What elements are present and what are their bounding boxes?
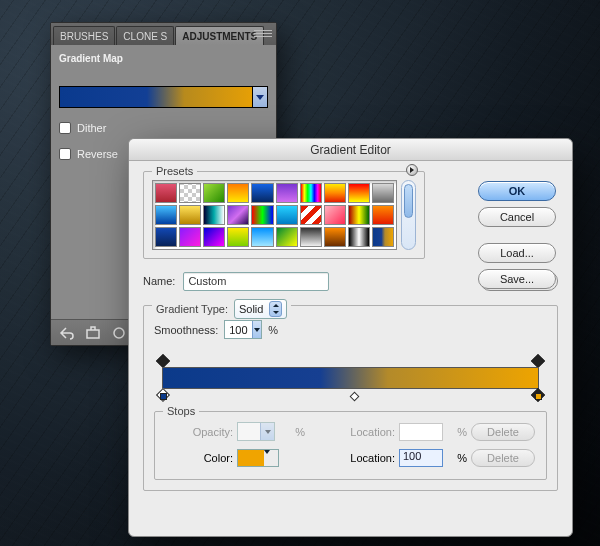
gradient-type-value: Solid xyxy=(239,303,263,315)
expand-icon[interactable] xyxy=(85,325,101,341)
name-input[interactable]: Custom xyxy=(183,272,328,291)
chevron-down-icon[interactable] xyxy=(264,450,278,466)
preset-swatch[interactable] xyxy=(155,183,177,203)
preset-swatch[interactable] xyxy=(372,205,394,225)
opacity-location-label: Location: xyxy=(339,426,399,438)
dither-label: Dither xyxy=(77,122,106,134)
svg-rect-0 xyxy=(87,330,99,338)
adjustment-title: Gradient Map xyxy=(59,53,268,64)
tab-brushes[interactable]: BRUSHES xyxy=(53,26,115,45)
preset-swatch[interactable] xyxy=(324,205,346,225)
preset-swatch[interactable] xyxy=(251,205,273,225)
preset-scrollbar[interactable] xyxy=(401,180,416,250)
gradient-map-preview[interactable] xyxy=(59,86,268,108)
delete-opacity-stop-button: Delete xyxy=(471,423,535,441)
presets-legend: Presets xyxy=(152,165,197,177)
percent-label: % xyxy=(457,426,471,438)
preset-swatch[interactable] xyxy=(155,227,177,247)
preset-swatch[interactable] xyxy=(372,227,394,247)
delete-color-stop-button[interactable]: Delete xyxy=(471,449,535,467)
preset-swatch[interactable] xyxy=(348,183,370,203)
preset-swatch[interactable] xyxy=(348,205,370,225)
gradient-type-fieldset: Gradient Type: Solid Smoothness: 100 % xyxy=(143,305,558,491)
smoothness-value: 100 xyxy=(225,324,251,336)
opacity-input xyxy=(237,422,275,441)
tab-clone-source[interactable]: CLONE S xyxy=(116,26,174,45)
percent-label: % xyxy=(457,452,471,464)
preset-swatch[interactable] xyxy=(227,183,249,203)
color-stop[interactable] xyxy=(158,390,168,402)
gradient-type-label: Gradient Type: xyxy=(156,303,228,315)
gradient-editor-dialog: Gradient Editor Presets OK Cancel Load..… xyxy=(128,138,573,537)
preset-swatch[interactable] xyxy=(276,183,298,203)
opacity-location-input xyxy=(399,423,443,441)
percent-label: % xyxy=(295,426,309,438)
back-icon[interactable] xyxy=(59,325,75,341)
smoothness-input[interactable]: 100 xyxy=(224,320,262,339)
preset-swatch[interactable] xyxy=(372,183,394,203)
tab-adjustments[interactable]: ADJUSTMENTS xyxy=(175,26,264,45)
opacity-label: Opacity: xyxy=(167,426,237,438)
cancel-button[interactable]: Cancel xyxy=(478,207,556,227)
gradient-bar[interactable] xyxy=(154,357,547,401)
preset-swatch[interactable] xyxy=(300,183,322,203)
stepper-icon xyxy=(269,301,282,317)
preset-swatch[interactable] xyxy=(300,205,322,225)
preset-swatch[interactable] xyxy=(227,227,249,247)
panel-tabs: BRUSHES CLONE S ADJUSTMENTS xyxy=(51,23,276,45)
color-location-input[interactable]: 100 xyxy=(399,449,443,467)
reverse-label: Reverse xyxy=(77,148,118,160)
preset-swatch[interactable] xyxy=(324,227,346,247)
midpoint-icon[interactable] xyxy=(349,392,359,402)
save-button[interactable]: Save... xyxy=(478,269,556,289)
panel-menu-icon[interactable] xyxy=(254,26,272,40)
preset-grid xyxy=(152,180,397,250)
name-label: Name: xyxy=(143,275,175,287)
preset-swatch[interactable] xyxy=(251,183,273,203)
stops-fieldset: Stops Opacity: % Location: % Delete Colo… xyxy=(154,411,547,480)
reverse-checkbox[interactable] xyxy=(59,148,71,160)
dither-checkbox[interactable] xyxy=(59,122,71,134)
chevron-down-icon[interactable] xyxy=(252,321,262,338)
gradient-dropdown-icon[interactable] xyxy=(252,87,267,107)
preset-swatch[interactable] xyxy=(203,183,225,203)
preset-swatch[interactable] xyxy=(203,205,225,225)
preset-swatch[interactable] xyxy=(179,183,201,203)
preset-swatch[interactable] xyxy=(276,227,298,247)
stops-legend: Stops xyxy=(163,405,199,417)
color-picker[interactable] xyxy=(237,449,279,467)
svg-point-1 xyxy=(114,328,124,338)
color-location-label: Location: xyxy=(339,452,399,464)
preset-swatch[interactable] xyxy=(348,227,370,247)
smoothness-label: Smoothness: xyxy=(154,324,218,336)
load-button[interactable]: Load... xyxy=(478,243,556,263)
preset-swatch[interactable] xyxy=(203,227,225,247)
presets-flyout-icon[interactable] xyxy=(406,164,418,176)
color-swatch xyxy=(238,450,264,466)
ok-button[interactable]: OK xyxy=(478,181,556,201)
preset-swatch[interactable] xyxy=(300,227,322,247)
preset-swatch[interactable] xyxy=(179,227,201,247)
preset-swatch[interactable] xyxy=(251,227,273,247)
gradient-type-select[interactable]: Solid xyxy=(234,299,287,319)
preset-swatch[interactable] xyxy=(155,205,177,225)
preset-swatch[interactable] xyxy=(324,183,346,203)
preset-swatch[interactable] xyxy=(227,205,249,225)
color-label: Color: xyxy=(167,452,237,464)
clip-icon[interactable] xyxy=(111,325,127,341)
preset-swatch[interactable] xyxy=(179,205,201,225)
dialog-title: Gradient Editor xyxy=(129,139,572,161)
percent-label: % xyxy=(268,324,278,336)
preset-swatch[interactable] xyxy=(276,205,298,225)
color-stop-selected[interactable] xyxy=(533,390,543,402)
presets-fieldset: Presets xyxy=(143,171,425,259)
